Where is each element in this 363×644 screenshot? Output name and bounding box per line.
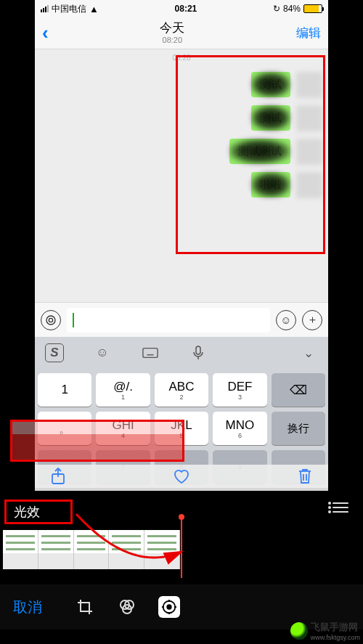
crop-icon[interactable] [74, 596, 96, 618]
nav-bar: ‹ 今天 08:20 编辑 [35, 17, 328, 49]
filmstrip[interactable] [3, 530, 180, 569]
plus-icon[interactable]: ＋ [302, 310, 322, 330]
chat-input-bar: ☺ ＋ [35, 302, 328, 337]
watermark-text: 飞鼠手游网 [311, 621, 360, 634]
filmstrip-thumb[interactable] [109, 530, 144, 569]
adjust-icon[interactable] [158, 596, 180, 618]
chat-area: 08:20 测试测试测试测试啦啦 [35, 49, 328, 302]
watermark-url: www.fsktgsy.com [311, 634, 360, 641]
favorite-icon[interactable] [173, 468, 190, 487]
message-row: 测试 [41, 105, 322, 131]
fx-label[interactable]: 光效 [14, 503, 40, 521]
filmstrip-thumb[interactable] [144, 530, 180, 569]
wifi-icon: ▲ [89, 4, 99, 15]
message-text: 测试 [260, 111, 282, 123]
annotation-redaction-box [10, 420, 184, 462]
status-time: 08:21 [175, 4, 197, 14]
key-@/.[interactable]: @/.1 [96, 373, 150, 407]
svg-rect-8 [196, 346, 200, 354]
candidate-emoji-icon[interactable]: ☺ [93, 343, 112, 362]
message-row: 测试测试 [41, 139, 322, 165]
battery-pct: 84% [283, 4, 301, 14]
watermark: 飞鼠手游网 www.fsktgsy.com [290, 621, 360, 641]
phone-screenshot: 中国电信 ▲ 08:21 ↻ 84% ‹ 今天 08:20 编辑 08:20 测… [35, 0, 328, 488]
share-icon[interactable] [51, 468, 65, 488]
avatar[interactable] [296, 105, 322, 131]
key-MNO[interactable]: MNO6 [213, 412, 266, 445]
nav-title: 今天 [160, 22, 184, 36]
key-DEF[interactable]: DEF3 [213, 373, 266, 407]
carrier-label: 中国电信 [52, 3, 86, 15]
cancel-button[interactable]: 取消 [13, 598, 42, 617]
message-bubble[interactable]: 测试 [251, 72, 290, 97]
signal-icon [41, 5, 49, 12]
candidate-keyboard-icon[interactable] [141, 343, 160, 362]
message-bubble[interactable]: 测试 [251, 105, 290, 131]
svg-rect-2 [143, 349, 158, 358]
message-text: 测试测试 [238, 144, 282, 157]
emoji-icon[interactable]: ☺ [276, 310, 296, 330]
playhead-indicator[interactable] [181, 517, 182, 578]
ios-status-bar: 中国电信 ▲ 08:21 ↻ 84% [35, 0, 328, 17]
svg-point-1 [46, 316, 55, 325]
key-ABC[interactable]: ABC2 [155, 373, 208, 407]
photo-action-bar [35, 465, 328, 491]
filter-icon[interactable] [116, 596, 138, 618]
list-menu-icon[interactable] [333, 502, 348, 513]
key-1[interactable]: 1 [38, 373, 91, 407]
avatar[interactable] [296, 72, 322, 98]
back-button[interactable]: ‹ [42, 22, 49, 44]
key-换行[interactable]: 换行 [272, 412, 325, 445]
rotation-lock-icon: ↻ [273, 4, 280, 14]
message-text: 测试 [260, 78, 282, 90]
svg-point-17 [167, 605, 171, 609]
delete-icon[interactable] [298, 468, 312, 488]
svg-point-0 [49, 318, 52, 322]
key-⌫[interactable]: ⌫ [272, 373, 325, 407]
avatar[interactable] [296, 139, 322, 165]
avatar[interactable] [296, 172, 322, 198]
message-text: 啦啦 [260, 178, 282, 190]
battery-icon [303, 4, 322, 13]
edit-button[interactable]: 编辑 [296, 25, 321, 41]
message-input[interactable] [67, 308, 270, 333]
candidate-expand-icon[interactable]: ⌄ [299, 343, 318, 362]
watermark-logo-icon [290, 622, 308, 640]
message-row: 啦啦 [41, 172, 322, 198]
candidate-s-icon[interactable]: S [45, 343, 64, 362]
filmstrip-thumb[interactable] [3, 530, 38, 569]
message-bubble[interactable]: 测试测试 [229, 139, 290, 164]
message-row: 测试 [41, 72, 322, 98]
message-bubble[interactable]: 啦啦 [251, 172, 290, 197]
nav-subtitle: 08:20 [160, 36, 184, 44]
annotation-red-box-fx: 光效 [4, 500, 73, 524]
filmstrip-thumb[interactable] [74, 530, 110, 569]
filmstrip-thumb[interactable] [38, 530, 74, 569]
voice-input-icon[interactable] [41, 310, 61, 330]
chat-timestamp: 08:20 [35, 54, 328, 62]
candidate-mic-icon[interactable] [189, 343, 208, 362]
keyboard-candidate-bar: S ☺ ⌄ [35, 337, 328, 369]
